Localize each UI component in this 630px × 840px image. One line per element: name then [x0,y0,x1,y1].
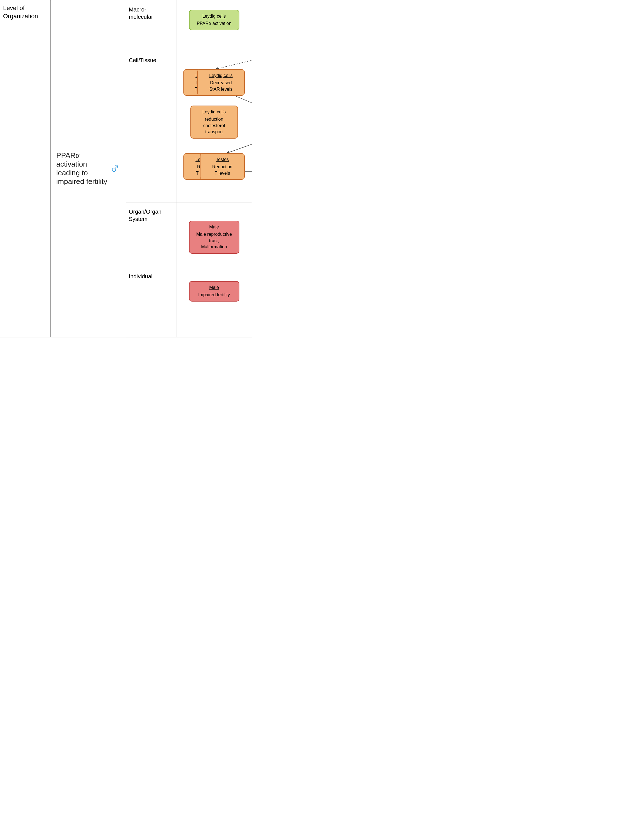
macro-node-container: Leydig cells PPARα activation [189,10,239,30]
cell-tissue-section-row: Cell/Tissue [126,51,252,202]
node-male-repro-body: Male reproductivetract,Malformation [196,232,232,249]
node-leydig-ppar-title: Leydig cells [193,13,235,19]
macro-content: Leydig cells PPARα activation [177,0,252,51]
svg-line-0 [216,54,252,69]
node-testes-tlevels-body: ReductionT levels [212,164,232,175]
node-male-repro: Male Male reproductivetract,Malformation [189,221,239,254]
node-leydig-star-body: DecreasedStAR levels [210,81,233,91]
node-testes-tlevels: Testes ReductionT levels [200,153,245,180]
cell-diagram: Leydig cells DecreasedTSPO levels Leydig… [179,54,249,199]
node-male-infertile-title: Male [193,284,235,291]
diagram-title: PPARα activation leading to impaired fer… [56,151,109,186]
node-leydig-star-title: Leydig cells [202,73,240,79]
individual-diagram: Male Impaired fertility [179,270,249,332]
organ-label: Organ/OrganSystem [126,202,177,267]
level-label: Level ofOrganization [0,0,51,337]
organ-diagram: Male Male reproductivetract,Malformation [179,205,249,264]
node-male-infertile-body: Impaired fertility [198,292,230,297]
node-leydig-ppar: Leydig cells PPARα activation [189,10,239,30]
page: Level ofOrganization PPARα activation le… [0,0,252,337]
organ-content: Male Male reproductivetract,Malformation [177,202,252,267]
macro-section-row: Macro-molecular Leydig cells PPARα activ… [126,0,252,51]
header-content: PPARα activation leading to impaired fer… [51,0,126,337]
macro-label: Macro-molecular [126,0,177,51]
individual-section-row: Individual Male [126,267,252,337]
node-leydig-star: Leydig cells DecreasedStAR levels [197,69,245,96]
individual-content: Male Impaired fertility [177,267,252,337]
individual-label: Individual [126,267,177,337]
svg-line-4 [227,139,252,153]
organ-section-row: Organ/OrganSystem [126,202,252,267]
node-leydig-chol-title: Leydig cells [195,109,234,115]
cell-tissue-content: Leydig cells DecreasedTSPO levels Leydig… [177,51,252,202]
node-testes-tlevels-title: Testes [204,156,240,163]
node-leydig-chol: Leydig cells reductioncholesteroltranspo… [190,106,238,139]
node-male-repro-title: Male [193,224,235,230]
node-leydig-chol-body: reductioncholesteroltransport [203,117,225,134]
node-leydig-ppar-body: PPARα activation [197,21,232,26]
header-row: Level ofOrganization PPARα activation le… [0,0,126,337]
cell-tissue-label: Cell/Tissue [126,51,177,202]
node-male-infertile: Male Impaired fertility [189,281,239,302]
male-symbol-icon: ♂ [109,161,120,176]
